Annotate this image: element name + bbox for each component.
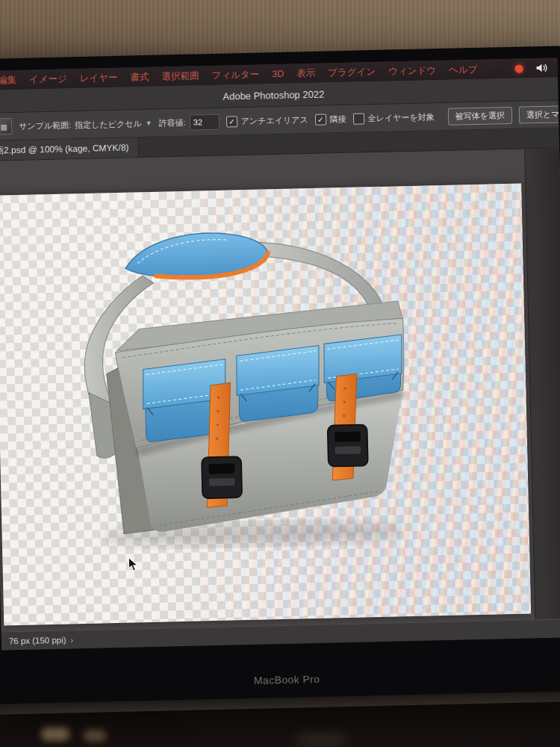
buckle-left <box>202 456 242 498</box>
mouse-cursor <box>128 557 138 571</box>
status-chevron-icon[interactable]: › <box>70 635 73 644</box>
menu-item-layer[interactable]: レイヤー <box>79 71 117 84</box>
sample-range-dropdown[interactable]: サンプル範囲: 指定したピクセル ▼ <box>19 117 152 131</box>
antialias-label: アンチエイリアス <box>241 114 308 127</box>
contiguous-checkbox[interactable]: ✓ 隣接 <box>315 113 346 125</box>
tolerance-group: 許容値: 32 <box>158 114 220 131</box>
menu-item-window[interactable]: ウィンドウ <box>388 64 436 78</box>
menu-item-3d[interactable]: 3D <box>272 69 284 79</box>
all-layers-checkbox-box[interactable] <box>353 113 364 124</box>
canvas-area <box>0 148 560 631</box>
desk-object <box>297 735 345 746</box>
desk-object <box>84 730 106 742</box>
sample-range-value: 指定したピクセル <box>75 118 142 131</box>
menu-item-type[interactable]: 書式 <box>130 70 149 84</box>
app-title: Adobe Photoshop 2022 <box>223 88 324 102</box>
status-dimensions: 76 px (150 ppi) <box>9 636 66 646</box>
document-tab[interactable]: 画2.psd @ 100% (kage, CMYK/8) <box>0 137 139 160</box>
document-canvas[interactable] <box>0 184 531 626</box>
chevron-down-icon: ▼ <box>146 120 152 127</box>
menu-item-select[interactable]: 選択範囲 <box>161 69 199 83</box>
antialias-checkbox[interactable]: ✓ アンチエイリアス <box>226 114 308 127</box>
menu-item-view[interactable]: 表示 <box>296 66 315 80</box>
menu-item-image[interactable]: イメージ <box>29 72 67 86</box>
tolerance-label: 許容値: <box>159 117 186 128</box>
speaker-icon[interactable] <box>535 63 548 73</box>
macbook: 編集 イメージ レイヤー 書式 選択範囲 フィルター 3D 表示 プラグイン ウ… <box>0 46 560 714</box>
all-layers-label: 全レイヤーを対象 <box>368 111 435 124</box>
desk-object <box>41 728 69 741</box>
buckle-right <box>328 424 368 466</box>
menu-item-help[interactable]: ヘルプ <box>449 63 478 76</box>
menu-item-plugins[interactable]: プラグイン <box>328 65 376 78</box>
record-dot-icon[interactable] <box>514 64 523 72</box>
contiguous-checkbox-box[interactable]: ✓ <box>315 114 326 125</box>
panel-dock-strip <box>524 148 560 619</box>
laptop-front-edge <box>0 691 560 715</box>
photo-of-laptop: 編集 イメージ レイヤー 書式 選択範囲 フィルター 3D 表示 プラグイン ウ… <box>0 0 560 747</box>
menu-item-edit[interactable]: 編集 <box>0 73 16 87</box>
sample-range-label: サンプル範囲: <box>19 120 71 132</box>
tolerance-input[interactable]: 32 <box>190 114 220 130</box>
select-and-mask-button[interactable]: 選択とマスク... <box>519 105 559 123</box>
contiguous-label: 隣接 <box>330 113 346 124</box>
macbook-pro-label: MacBook Pro <box>0 667 560 692</box>
select-subject-button[interactable]: 被写体を選択 <box>448 106 513 125</box>
all-layers-checkbox[interactable]: 全レイヤーを対象 <box>353 111 435 124</box>
tool-preset-icon[interactable]: ▦ <box>0 118 12 134</box>
messenger-bag-illustration <box>66 223 432 560</box>
menu-item-filter[interactable]: フィルター <box>211 68 259 81</box>
antialias-checkbox-box[interactable]: ✓ <box>226 116 237 127</box>
screen: 編集 イメージ レイヤー 書式 選択範囲 フィルター 3D 表示 プラグイン ウ… <box>0 58 560 650</box>
